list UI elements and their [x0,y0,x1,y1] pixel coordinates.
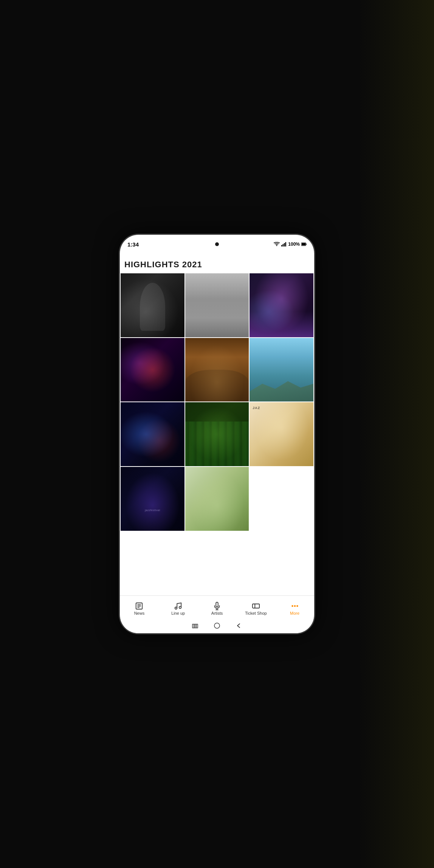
bottom-nav: News Line up [120,595,314,633]
nav-item-lineup[interactable]: Line up [159,602,198,615]
ticket-icon [252,602,260,610]
status-icons: 100% [274,242,307,247]
nav-item-more[interactable]: More [275,602,314,615]
nav-item-news[interactable]: News [120,602,159,615]
nav-label-lineup: Line up [171,611,185,615]
signal-icon [281,242,287,246]
android-nav [120,620,314,633]
svg-point-12 [179,606,181,608]
photo-2[interactable] [185,273,249,337]
svg-rect-2 [284,243,285,246]
nav-label-more: More [290,611,299,615]
status-bar: 1:34 100% [120,235,314,254]
photo-4[interactable] [121,338,184,402]
svg-point-20 [297,605,298,606]
wifi-icon [274,242,280,246]
svg-rect-23 [196,624,198,628]
scene: 1:34 100% [0,0,434,868]
more-icon [291,602,299,610]
photo-9[interactable]: JAZ [250,402,313,466]
blank-area [120,532,314,577]
photo-7[interactable] [121,402,184,466]
battery-label: 100% [288,242,300,247]
photo-10[interactable]: jazzfestival [121,467,184,531]
microphone-icon [213,602,221,610]
nav-bar: News Line up [120,595,314,620]
svg-point-19 [294,605,295,606]
svg-point-24 [214,623,220,628]
photo-empty [250,467,313,531]
svg-rect-3 [285,242,287,247]
svg-point-11 [175,607,177,609]
status-time: 1:34 [127,241,139,248]
svg-rect-22 [194,624,196,628]
photo-grid: JAZ jazzfestival [120,273,314,532]
phone-frame: 1:34 100% [119,234,315,634]
back-button[interactable] [236,622,242,629]
svg-point-18 [292,605,293,606]
nav-item-artists[interactable]: Artists [198,602,237,615]
svg-rect-0 [281,245,282,246]
svg-rect-1 [283,244,284,247]
music-icon [174,602,182,610]
page-title: HIGHLIGHTS 2021 [124,260,310,270]
newspaper-icon [135,602,143,610]
battery-icon [301,242,307,246]
recent-apps-button[interactable] [192,622,198,629]
camera-dot [215,242,219,246]
nav-label-news: News [134,611,145,615]
photo-11[interactable] [185,467,249,531]
photo-3[interactable] [250,273,313,337]
svg-rect-5 [306,244,307,245]
phone-screen[interactable]: HIGHLIGHTS 2021 [120,254,314,595]
photo-6[interactable] [250,338,313,402]
nav-label-artists: Artists [211,611,223,615]
svg-rect-21 [192,624,194,628]
nav-item-ticket[interactable]: Ticket Shop [236,602,275,615]
svg-rect-6 [302,243,305,245]
home-button[interactable] [214,622,220,629]
svg-rect-15 [253,604,259,608]
photo-8[interactable] [185,402,249,466]
page-title-section: HIGHLIGHTS 2021 [120,254,314,273]
nav-label-ticket: Ticket Shop [245,611,267,615]
photo-1[interactable] [121,273,184,337]
photo-5[interactable] [185,338,249,402]
